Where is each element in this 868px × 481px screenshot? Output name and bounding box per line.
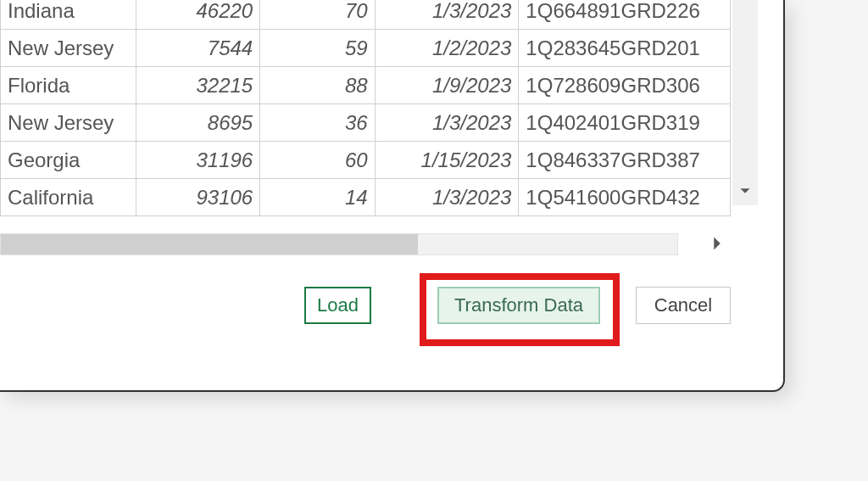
cell-state: Indiana bbox=[1, 0, 136, 30]
cell-state: Florida bbox=[1, 67, 136, 104]
table-row[interactable]: Indiana 46220 70 1/3/2023 1Q664891GRD226 bbox=[1, 0, 731, 30]
cell-date: 1/15/2023 bbox=[375, 142, 519, 179]
cell-state: New Jersey bbox=[1, 30, 136, 67]
cell-state: Georgia bbox=[1, 142, 136, 179]
cell-num1: 8695 bbox=[136, 104, 260, 142]
table-row[interactable]: California 93106 14 1/3/2023 1Q541600GRD… bbox=[1, 179, 731, 216]
table-row[interactable]: Georgia 31196 60 1/15/2023 1Q846337GRD38… bbox=[1, 142, 731, 179]
horizontal-scrollbar[interactable] bbox=[0, 233, 678, 255]
cell-code: 1Q402401GRD319 bbox=[519, 104, 731, 142]
cell-num2: 36 bbox=[260, 104, 375, 142]
cell-code: 1Q728609GRD306 bbox=[519, 67, 731, 104]
table-row[interactable]: New Jersey 8695 36 1/3/2023 1Q402401GRD3… bbox=[1, 104, 731, 142]
scroll-thumb[interactable] bbox=[1, 234, 418, 254]
cell-num2: 14 bbox=[260, 179, 375, 216]
cell-date: 1/9/2023 bbox=[375, 67, 519, 104]
cell-code: 1Q664891GRD226 bbox=[519, 0, 731, 30]
vertical-scrollbar[interactable] bbox=[732, 0, 758, 205]
cell-code: 1Q283645GRD201 bbox=[519, 30, 731, 67]
cell-num2: 60 bbox=[260, 142, 375, 179]
cell-date: 1/3/2023 bbox=[375, 104, 519, 142]
cell-date: 1/2/2023 bbox=[375, 30, 519, 67]
table-row[interactable]: New Jersey 7544 59 1/2/2023 1Q283645GRD2… bbox=[1, 30, 731, 67]
cell-num1: 32215 bbox=[136, 67, 260, 104]
cancel-button[interactable]: Cancel bbox=[636, 287, 731, 324]
cell-num2: 59 bbox=[260, 30, 375, 67]
preview-table-wrap: Indiana 46220 70 1/3/2023 1Q664891GRD226… bbox=[0, 0, 731, 199]
scroll-right-icon[interactable] bbox=[704, 231, 730, 260]
transform-data-button[interactable]: Transform Data bbox=[437, 287, 600, 324]
cell-num1: 31196 bbox=[136, 142, 260, 179]
cell-state: New Jersey bbox=[1, 104, 136, 142]
navigator-dialog: Indiana 46220 70 1/3/2023 1Q664891GRD226… bbox=[0, 0, 785, 392]
cell-code: 1Q541600GRD432 bbox=[519, 179, 731, 216]
cell-date: 1/3/2023 bbox=[375, 179, 519, 216]
load-button[interactable]: Load bbox=[304, 287, 371, 324]
cell-num1: 7544 bbox=[136, 30, 260, 67]
load-split-button: Load bbox=[304, 287, 400, 324]
table-row[interactable]: Florida 32215 88 1/9/2023 1Q728609GRD306 bbox=[1, 67, 731, 104]
cell-num2: 88 bbox=[260, 67, 375, 104]
cell-num2: 70 bbox=[260, 0, 375, 30]
scroll-down-icon[interactable] bbox=[732, 182, 758, 204]
cell-state: California bbox=[1, 179, 136, 216]
preview-table[interactable]: Indiana 46220 70 1/3/2023 1Q664891GRD226… bbox=[0, 0, 731, 216]
dialog-button-row: Load Transform Data Cancel bbox=[0, 287, 783, 338]
cell-num1: 93106 bbox=[136, 179, 260, 216]
cell-num1: 46220 bbox=[136, 0, 260, 30]
cell-date: 1/3/2023 bbox=[375, 0, 519, 30]
cell-code: 1Q846337GRD387 bbox=[519, 142, 731, 179]
